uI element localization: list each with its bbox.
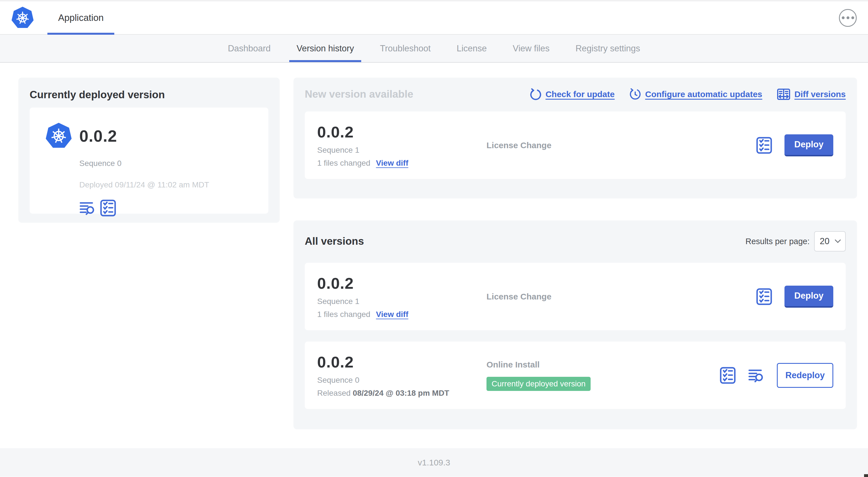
tab-troubleshoot[interactable]: Troubleshoot: [367, 35, 443, 62]
results-per-page-select[interactable]: 20: [814, 231, 846, 251]
app-tab-application[interactable]: Application: [48, 1, 114, 34]
version-source-label: License Change: [487, 292, 756, 301]
row-version-number: 0.0.2: [317, 274, 487, 292]
all-versions-card: All versions Results per page: 20 0.0.2 …: [293, 220, 857, 429]
currently-deployed-version-panel: 0.0.2 Sequence 0 Deployed 09/11/24 @ 11:…: [30, 108, 268, 214]
deployed-sequence: Sequence 0: [79, 159, 253, 168]
results-per-page-label: Results per page:: [746, 237, 810, 246]
deployed-timestamp: Deployed 09/11/24 @ 11:02 am MDT: [79, 180, 253, 189]
diff-versions-link[interactable]: Diff versions: [777, 88, 846, 100]
new-version-row: 0.0.2 Sequence 1 1 files changed View di…: [305, 112, 846, 179]
version-row-sequence-0: 0.0.2 Sequence 0 Released 08/29/24 @ 03:…: [305, 341, 846, 409]
console-version: v1.109.3: [417, 458, 450, 468]
version-source-label: Online Install: [487, 360, 720, 369]
app-title: Application: [58, 12, 103, 23]
version-source-label: License Change: [487, 141, 756, 150]
main-content: Currently deployed version: [0, 63, 868, 448]
currently-deployed-badge: Currently deployed version: [487, 377, 591, 391]
deploy-button[interactable]: Deploy: [784, 135, 833, 156]
tab-bar: Dashboard Version history Troubleshoot L…: [0, 35, 868, 63]
diff-icon: [777, 88, 790, 100]
tab-view-files[interactable]: View files: [500, 35, 562, 62]
row-sequence: Sequence 1: [317, 297, 487, 306]
chevron-down-icon: [834, 239, 841, 244]
tab-license[interactable]: License: [443, 35, 500, 62]
all-versions-title: All versions: [305, 235, 364, 247]
auto-update-clock-icon: [629, 88, 641, 100]
row-version-number: 0.0.2: [317, 123, 487, 141]
tab-dashboard[interactable]: Dashboard: [215, 35, 284, 62]
new-version-title: New version available: [305, 88, 413, 100]
view-logs-icon[interactable]: [748, 368, 765, 383]
ellipsis-icon: [842, 17, 844, 19]
released-timestamp: Released 08/29/24 @ 03:18 pm MDT: [317, 389, 487, 398]
new-version-card: New version available Check for update: [293, 78, 857, 199]
tab-version-history[interactable]: Version history: [284, 35, 367, 62]
kubernetes-logo-icon: [11, 6, 34, 29]
files-changed-text: 1 files changed: [317, 310, 370, 319]
preflight-checks-icon[interactable]: [756, 137, 772, 154]
app-header: Application: [0, 1, 868, 35]
view-logs-icon[interactable]: [79, 201, 96, 215]
deploy-button[interactable]: Deploy: [784, 286, 833, 308]
tab-registry-settings[interactable]: Registry settings: [562, 35, 653, 62]
scrollbar-corner: [864, 474, 868, 477]
row-sequence: Sequence 1: [317, 146, 487, 155]
currently-deployed-title: Currently deployed version: [30, 89, 268, 101]
version-row-sequence-1: 0.0.2 Sequence 1 1 files changed View di…: [305, 263, 846, 330]
row-version-number: 0.0.2: [317, 353, 487, 371]
footer: v1.109.3: [0, 448, 868, 477]
deployed-version-number: 0.0.2: [79, 126, 117, 145]
configure-automatic-updates-link[interactable]: Configure automatic updates: [629, 88, 762, 100]
check-for-update-link[interactable]: Check for update: [530, 88, 615, 100]
view-diff-link[interactable]: View diff: [376, 310, 408, 319]
preflight-checks-icon[interactable]: [720, 367, 736, 384]
row-sequence: Sequence 0: [317, 376, 487, 385]
refresh-icon: [530, 88, 541, 100]
preflight-checks-icon[interactable]: [100, 200, 116, 216]
currently-deployed-card: Currently deployed version: [18, 78, 280, 223]
redeploy-button[interactable]: Redeploy: [777, 363, 833, 388]
kubernetes-app-icon: [45, 122, 72, 149]
preflight-checks-icon[interactable]: [756, 288, 772, 305]
overflow-menu-button[interactable]: [839, 9, 857, 27]
view-diff-link[interactable]: View diff: [376, 159, 408, 168]
files-changed-text: 1 files changed: [317, 159, 370, 168]
